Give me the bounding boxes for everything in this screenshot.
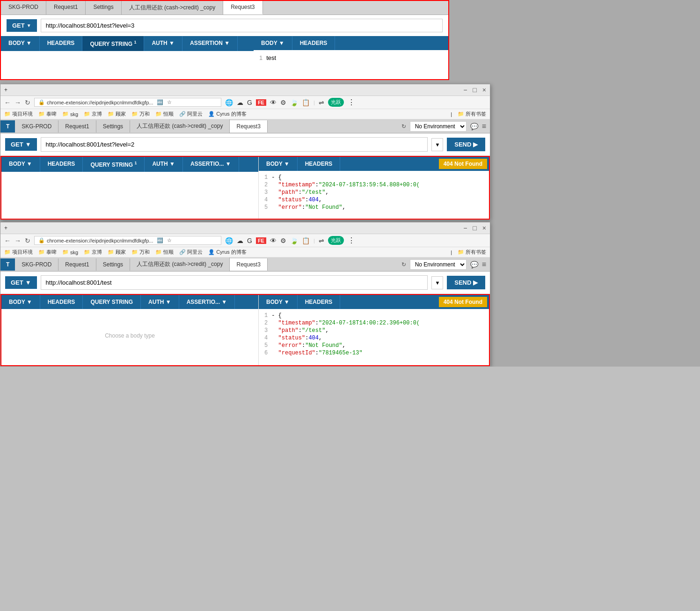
rest-tab-renyong-1[interactable]: 人工信用还款 (cash->credit) _copy <box>130 119 230 133</box>
method-btn-2[interactable]: GET ▼ <box>5 276 37 289</box>
rest-tab-skg-1[interactable]: SKG-PROD <box>15 120 58 133</box>
resp-headers-btn-1[interactable]: HEADERS <box>298 157 341 171</box>
top-auth-btn[interactable]: AUTH ▼ <box>144 36 182 51</box>
method-label-1: GET <box>11 141 23 148</box>
address-bar-input-1[interactable]: 🔒 chrome-extension://eipdnjedkpcnlmmdfdk… <box>34 98 221 107</box>
bookmark-taipi[interactable]: 📁 泰啤 <box>38 110 57 118</box>
req-toolbar-1: BODY ▼ HEADERS QUERY STRING 1 AUTH ▼ ASS… <box>1 157 258 172</box>
req-qs-btn-1[interactable]: QUERY STRING 1 <box>83 157 145 172</box>
top-resp-body-btn[interactable]: BODY ▼ <box>254 36 292 50</box>
req-auth-btn-1[interactable]: AUTH ▼ <box>145 157 183 172</box>
resp2-colon-4: : <box>302 342 305 349</box>
menu-icon-2[interactable]: ≡ <box>482 260 486 269</box>
bookmark-hengshun[interactable]: 📁 恒顺 <box>155 110 174 118</box>
tab-request1[interactable]: Request1 <box>46 1 86 15</box>
method-btn-1[interactable]: GET ▼ <box>5 138 37 151</box>
top-querystring-btn[interactable]: QUERY STRING 1 <box>82 36 144 51</box>
top-assertion-btn[interactable]: ASSERTION ▼ <box>182 36 238 51</box>
address-bar-input-2[interactable]: 🔒 chrome-extension://eipdnjedkpcnlmmdfdk… <box>34 236 221 245</box>
rest-tab-req1-1[interactable]: Request1 <box>58 120 96 133</box>
back-icon-2[interactable]: ← <box>4 237 11 244</box>
env-select-1[interactable]: No Environment <box>410 121 467 132</box>
eye-icon-1: 👁 <box>270 99 277 106</box>
chat-icon-1[interactable]: 💬 <box>470 123 478 130</box>
tab-settings[interactable]: Settings <box>86 1 121 15</box>
req-assertion-btn-2[interactable]: ASSERTIO... ▼ <box>179 295 235 309</box>
bookmark2-jingbo[interactable]: 📁 京博 <box>84 249 102 256</box>
more-icon-1[interactable]: ⋮ <box>348 98 355 107</box>
top-headers-btn[interactable]: HEADERS <box>40 36 83 51</box>
rest-tab-req3-1[interactable]: Request3 <box>230 120 267 133</box>
req-auth-btn-2[interactable]: AUTH ▼ <box>141 295 179 309</box>
resp-body-btn-1[interactable]: BODY ▼ <box>259 157 298 171</box>
star-icon-2: ☆ <box>167 237 172 243</box>
minimize-btn-1[interactable]: − <box>463 86 467 94</box>
req-body-btn-2[interactable]: BODY ▼ <box>1 295 40 309</box>
back-icon-1[interactable]: ← <box>4 99 11 106</box>
send-button-1[interactable]: SEND ▶ <box>447 138 485 151</box>
maximize-btn-1[interactable]: □ <box>473 86 476 94</box>
refresh-icon-2[interactable]: ↻ <box>25 237 30 244</box>
tab-request3[interactable]: Request3 <box>223 1 262 15</box>
resp-headers-btn-2[interactable]: HEADERS <box>298 295 341 309</box>
url-arrow-icon-2[interactable]: ▼ <box>431 276 443 289</box>
rest2-tab-req3[interactable]: Request3 <box>230 258 267 271</box>
url-input-1[interactable] <box>41 137 428 152</box>
bookmark-jingbo[interactable]: 📁 京博 <box>84 110 102 118</box>
top-url-input[interactable] <box>41 19 443 32</box>
bookmark2-skg[interactable]: 📁 skg <box>62 249 78 255</box>
rest2-tab-skg[interactable]: SKG-PROD <box>15 258 58 271</box>
top-resp-headers-btn[interactable]: HEADERS <box>292 36 335 50</box>
chat-icon-2[interactable]: 💬 <box>470 261 478 268</box>
url-input-2[interactable] <box>41 275 428 290</box>
send-button-2[interactable]: SEND ▶ <box>447 276 485 289</box>
req-body-btn-1[interactable]: BODY ▼ <box>1 157 40 172</box>
rest2-tab-renyong[interactable]: 人工信用还款 (cash->credit) _copy <box>130 258 230 271</box>
maximize-btn-2[interactable]: □ <box>473 224 476 232</box>
guangyue-btn-2[interactable]: 光跃 <box>328 236 344 245</box>
url-arrow-icon-1[interactable]: ▼ <box>431 138 443 151</box>
env-select-2[interactable]: No Environment <box>410 259 467 270</box>
bookmark2-wanhe[interactable]: 📁 万和 <box>131 249 150 256</box>
close-btn-1[interactable]: × <box>482 86 486 94</box>
resp-body-btn-2[interactable]: BODY ▼ <box>259 295 298 309</box>
refresh-icon-1[interactable]: ↻ <box>25 99 30 106</box>
menu-icon-1[interactable]: ≡ <box>482 122 486 131</box>
forward-icon-2[interactable]: → <box>15 237 21 244</box>
resp-colon-1: : <box>315 182 319 188</box>
req-headers-btn-2[interactable]: HEADERS <box>40 295 83 309</box>
req-assertion-btn-1[interactable]: ASSERTIO... ▼ <box>183 157 239 172</box>
guangyue-btn-1[interactable]: 光跃 <box>328 98 344 107</box>
rest2-tab-req1[interactable]: Request1 <box>58 258 96 271</box>
rest2-tab-settings[interactable]: Settings <box>96 258 130 271</box>
tab-skg-prod[interactable]: SKG-PROD <box>1 1 46 15</box>
resp-line-1-2: 2 "timestamp" : "2024-07-18T13:59:54.808… <box>264 181 483 189</box>
bookmark2-cyrus[interactable]: 👤 Cyrus 的博客 <box>208 249 247 256</box>
bookmark-all[interactable]: 📁 所有书签 <box>458 110 486 118</box>
close-btn-2[interactable]: × <box>482 224 486 232</box>
rest-tab-settings-1[interactable]: Settings <box>96 120 130 133</box>
bookmark2-taipi[interactable]: 📁 泰啤 <box>38 249 57 256</box>
bookmark2-gujia[interactable]: 📁 顾家 <box>108 249 126 256</box>
bookmark2-aliyun[interactable]: 🔗 阿里云 <box>179 249 203 256</box>
more-icon-2[interactable]: ⋮ <box>348 236 355 245</box>
bookmark2-hengshun[interactable]: 📁 恒顺 <box>155 249 174 256</box>
bookmark-gujia[interactable]: 📁 顾家 <box>108 110 126 118</box>
browser-addressbar-1: ← → ↻ 🔒 chrome-extension://eipdnjedkpcnl… <box>0 96 490 109</box>
req-qs-btn-2[interactable]: QUERY STRING <box>83 295 141 309</box>
minimize-btn-2[interactable]: − <box>463 224 467 232</box>
bookmark2-all[interactable]: 📁 所有书签 <box>458 249 486 256</box>
bookmark-skg[interactable]: 📁 skg <box>62 111 78 117</box>
req-headers-btn-1[interactable]: HEADERS <box>40 157 83 172</box>
refresh-env-icon-1[interactable]: ↻ <box>401 123 406 130</box>
bookmark-huanjing[interactable]: 📁 项目环境 <box>4 110 33 118</box>
forward-icon-1[interactable]: → <box>15 99 21 106</box>
bookmark-cyrus[interactable]: 👤 Cyrus 的博客 <box>208 110 247 118</box>
refresh-env-icon-2[interactable]: ↻ <box>401 261 406 268</box>
top-body-btn[interactable]: BODY ▼ <box>1 36 40 51</box>
bookmark-wanhe[interactable]: 📁 万和 <box>131 110 150 118</box>
top-method-button[interactable]: GET ▼ <box>7 19 37 32</box>
bookmark-aliyun[interactable]: 🔗 阿里云 <box>179 110 203 118</box>
bookmark2-huanjing[interactable]: 📁 项目环境 <box>4 249 33 256</box>
tab-renyong[interactable]: 人工信用还款 (cash->credit) _copy <box>122 1 223 15</box>
